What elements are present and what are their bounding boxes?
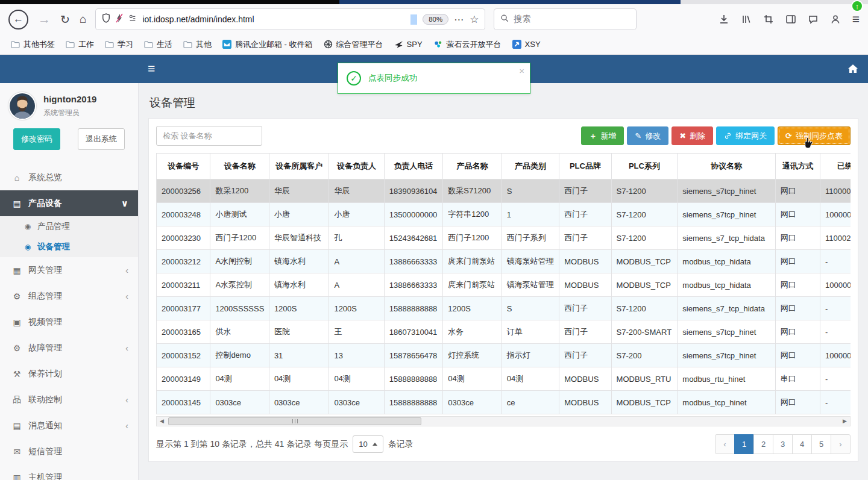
page-home-icon[interactable]: [848, 64, 858, 76]
bookmark-item[interactable]: 综合管理平台: [319, 37, 388, 52]
permissions-icon[interactable]: [128, 14, 137, 25]
column-header[interactable]: 协议名称: [678, 154, 776, 179]
column-header[interactable]: 产品类别: [502, 154, 559, 179]
table-row[interactable]: 200003212A水闸控制镇海水利A13886663333庹来门前泵站镇海泵站…: [157, 250, 851, 273]
table-row[interactable]: 200003248小唐测试小唐小唐13500000000字符串12001西门子S…: [157, 203, 851, 226]
sidebar-item[interactable]: ⚙组态管理‹: [0, 283, 138, 309]
column-header[interactable]: 设备编号: [157, 154, 210, 179]
sidebar-item[interactable]: ▤产品设备∨: [0, 190, 138, 216]
sidebar-item[interactable]: ▣视频管理: [0, 309, 138, 335]
toast-close-icon[interactable]: ×: [519, 66, 524, 76]
table-row[interactable]: 200003256数采1200华辰华辰18390936104数采S71200S西…: [157, 179, 851, 203]
page-title: 设备管理: [149, 95, 858, 111]
table-row[interactable]: 200003230西门子1200华辰智通科技孔15243642681西门子120…: [157, 226, 851, 250]
back-button[interactable]: ←: [8, 10, 28, 30]
action-button[interactable]: ⟳ 强制同步点表: [778, 126, 851, 145]
column-header[interactable]: 设备名称: [210, 154, 269, 179]
table-cell: -: [820, 320, 851, 344]
table-row[interactable]: 200003165供水医院王18607310041水务订单西门子S7-200-S…: [157, 320, 851, 344]
bookmark-item[interactable]: 工作: [61, 37, 99, 52]
downloads-icon[interactable]: [719, 14, 729, 25]
page-size-dropdown[interactable]: 10: [353, 435, 383, 453]
column-header[interactable]: 通讯方式: [775, 154, 820, 179]
bookmark-item[interactable]: 生活: [139, 37, 177, 52]
sidebar-item[interactable]: ▦网关管理‹: [0, 257, 138, 283]
table-row[interactable]: 200003211A水泵控制镇海水利A13886663333庹来门前泵站镇海泵站…: [157, 273, 851, 297]
bookmark-item[interactable]: 其他: [178, 37, 216, 52]
bookmark-item[interactable]: 腾讯企业邮箱 - 收件箱: [218, 37, 318, 52]
reload-button[interactable]: ↻: [60, 13, 70, 26]
column-header[interactable]: 已绑定网关: [820, 154, 851, 179]
sidebar-toggle-icon[interactable]: [785, 14, 796, 25]
sidebar-item[interactable]: ⌂系统总览: [0, 164, 138, 190]
browser-update-badge[interactable]: ↑: [851, 0, 863, 12]
table-cell: A: [329, 250, 384, 273]
next-page-button[interactable]: ›: [831, 434, 851, 454]
search-bar[interactable]: 搜索: [494, 9, 636, 30]
shield-icon[interactable]: [102, 13, 110, 25]
table-cell: MODBUS: [559, 367, 611, 391]
page-button[interactable]: 4: [792, 434, 812, 454]
column-header[interactable]: PLC品牌: [559, 154, 611, 179]
page-button[interactable]: 1: [734, 434, 754, 454]
table-cell: 西门子: [559, 226, 611, 250]
column-header[interactable]: 产品名称: [443, 154, 502, 179]
user-profile: hignton2019 系统管理员: [0, 83, 138, 125]
zoom-indicator[interactable]: 80%: [423, 14, 448, 25]
scrollbar-track[interactable]: [167, 417, 840, 426]
scroll-right-icon[interactable]: ▶: [840, 417, 850, 426]
bookmark-item[interactable]: 萤石云开放平台: [429, 37, 506, 52]
logout-button[interactable]: 退出系统: [78, 128, 125, 150]
table-row[interactable]: 2000031771200SSSSSS1200S1200S15888888888…: [157, 297, 851, 320]
sidebar-subitem[interactable]: ◉设备管理: [0, 237, 138, 257]
sidebar-item[interactable]: ▤消息通知‹: [0, 413, 138, 438]
page-button[interactable]: 3: [773, 434, 793, 454]
page-button[interactable]: 5: [811, 434, 831, 454]
chat-icon[interactable]: [808, 14, 819, 25]
table-cell: S7-200-SMART: [611, 320, 678, 344]
action-button[interactable]: ＋ 新增: [581, 126, 624, 145]
page-button[interactable]: 2: [753, 434, 773, 454]
menu-icon[interactable]: ≡: [852, 12, 860, 26]
sidebar-item[interactable]: 品联动控制‹: [0, 387, 138, 413]
sidebar-item[interactable]: ⚙故障管理‹: [0, 335, 138, 361]
scrollbar-thumb[interactable]: [168, 417, 421, 425]
column-header[interactable]: 设备负责人: [329, 154, 384, 179]
page-actions-icon[interactable]: ⋯: [454, 14, 464, 25]
table-cell: 西门子1200: [210, 226, 269, 250]
scroll-left-icon[interactable]: ◀: [157, 417, 167, 426]
url-text[interactable]: iot.idosp.net/admin/index.html: [142, 14, 254, 24]
table-row[interactable]: 2000031450303ce0303ce0303ce1588888888803…: [157, 391, 851, 414]
bookmark-label: XSY: [525, 40, 541, 49]
browser-home-button[interactable]: ⌂: [80, 13, 86, 26]
column-header[interactable]: 设备所属客户: [269, 154, 329, 179]
account-icon[interactable]: [830, 14, 841, 25]
sidebar-item[interactable]: ✉短信管理: [0, 438, 138, 464]
column-header[interactable]: 负责人电话: [384, 154, 443, 179]
bookmark-item[interactable]: SPY: [389, 37, 427, 51]
change-password-button[interactable]: 修改密码: [13, 128, 60, 150]
screenshot-icon[interactable]: [763, 14, 774, 25]
prev-page-button[interactable]: ‹: [715, 434, 735, 454]
table-row[interactable]: 200003152控制demo311315878656478灯控系统指示灯西门子…: [157, 344, 851, 367]
forward-button[interactable]: →: [38, 12, 51, 26]
bookmark-star-icon[interactable]: ☆: [470, 13, 479, 26]
sidebar-collapse-icon[interactable]: ≡: [148, 61, 155, 76]
table-cell: 串口: [775, 367, 820, 391]
column-header[interactable]: PLC系列: [611, 154, 678, 179]
url-bar[interactable]: iot.idosp.net/admin/index.html 80% ⋯ ☆: [96, 9, 485, 30]
action-button[interactable]: 绑定网关: [716, 126, 775, 145]
table-row[interactable]: 20000314904测04测04测1588888888804测04测MODBU…: [157, 367, 851, 391]
device-search-input[interactable]: [156, 126, 262, 146]
library-icon[interactable]: [741, 14, 752, 25]
action-button[interactable]: ✖ 删除: [671, 126, 713, 145]
sidebar-subitem[interactable]: ◉产品管理: [0, 216, 138, 237]
sidebar-item[interactable]: ⚒保养计划: [0, 361, 138, 387]
bookmark-item[interactable]: 其他书签: [6, 37, 60, 52]
blocked-lightning-icon[interactable]: [116, 13, 123, 25]
horizontal-scrollbar[interactable]: ◀ ▶: [156, 416, 851, 426]
bookmark-item[interactable]: XSY: [508, 37, 546, 51]
sidebar-item[interactable]: ▥主机管理: [0, 464, 138, 480]
bookmark-item[interactable]: 学习: [100, 37, 138, 52]
action-button[interactable]: ✎ 修改: [627, 126, 668, 145]
